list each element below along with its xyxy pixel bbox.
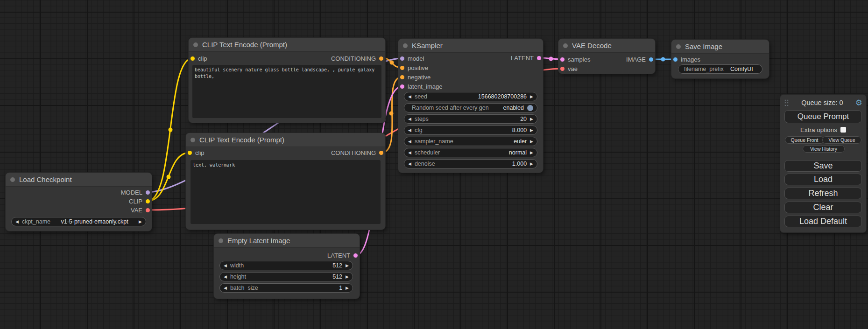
decrement-arrow-icon[interactable]: ◀ (224, 286, 227, 290)
increment-arrow-icon[interactable]: ▶ (530, 117, 533, 121)
seed-widget[interactable]: ◀ seed 156680208700286 ▶ (404, 92, 537, 101)
height-widget[interactable]: ◀ height 512 ▶ (219, 272, 353, 281)
prompt-textarea[interactable]: text, watermark (191, 160, 381, 224)
image-output-port[interactable] (649, 57, 653, 62)
increment-arrow-icon[interactable]: ▶ (346, 264, 349, 268)
widget-value: 1 (339, 285, 342, 291)
output-label: LATENT (327, 252, 350, 259)
input-row: negative (400, 72, 430, 82)
queue-front-button[interactable]: Queue Front (785, 136, 824, 144)
samples-input-port[interactable] (560, 57, 565, 62)
prompt-textarea[interactable]: beautiful scenery nature glass bottle la… (192, 65, 381, 118)
increment-arrow-icon[interactable]: ▶ (530, 128, 533, 133)
latent-output-port[interactable] (353, 253, 358, 258)
increment-arrow-icon[interactable]: ▶ (346, 275, 349, 279)
vae-output-port[interactable] (146, 208, 150, 212)
output-row: LATENT (511, 53, 541, 63)
increment-arrow-icon[interactable]: ▶ (530, 95, 533, 99)
vae-input-port[interactable] (560, 67, 565, 71)
drag-handle-icon[interactable] (784, 99, 789, 106)
denoise-widget[interactable]: ◀ denoise 1.000 ▶ (404, 159, 537, 168)
save-button[interactable]: Save (784, 160, 862, 172)
node-title-bar[interactable]: Save Image (671, 40, 769, 54)
node-empty-latent-image[interactable]: Empty Latent Image LATENT ◀ width 512 ▶ … (214, 234, 360, 299)
load-default-button[interactable]: Load Default (784, 216, 862, 227)
sampler-name-widget[interactable]: ◀ sampler_name euler ▶ (404, 137, 537, 146)
refresh-button[interactable]: Refresh (784, 188, 862, 199)
batch-size-widget[interactable]: ◀ batch_size 1 ▶ (219, 283, 353, 293)
node-title-bar[interactable]: VAE Decode (558, 39, 655, 53)
collapse-dot-icon[interactable] (676, 44, 681, 49)
clip-input-port[interactable] (188, 151, 192, 155)
model-output-port[interactable] (146, 190, 150, 195)
collapse-dot-icon[interactable] (193, 42, 198, 47)
decrement-arrow-icon[interactable]: ◀ (408, 151, 411, 155)
node-title-bar[interactable]: CLIP Text Encode (Prompt) (189, 38, 385, 52)
decrement-arrow-icon[interactable]: ◀ (15, 220, 19, 224)
node-clip-text-encode-negative[interactable]: CLIP Text Encode (Prompt) clip CONDITION… (186, 133, 385, 230)
collapse-dot-icon[interactable] (10, 177, 15, 182)
latent-output-port[interactable] (537, 56, 541, 60)
clip-output-port[interactable] (146, 199, 150, 203)
increment-arrow-icon[interactable]: ▶ (530, 140, 533, 144)
queue-prompt-button[interactable]: Queue Prompt (784, 110, 862, 123)
collapse-dot-icon[interactable] (563, 43, 568, 48)
negative-input-port[interactable] (400, 75, 404, 79)
node-title-bar[interactable]: KSampler (398, 39, 543, 53)
ckpt-name-widget[interactable]: ◀ ckpt_name v1-5-pruned-emaonly.ckpt ▶ (11, 217, 146, 226)
node-vae-decode[interactable]: VAE Decode samples IMAGE vae (558, 39, 655, 74)
width-widget[interactable]: ◀ width 512 ▶ (219, 261, 353, 270)
view-history-button[interactable]: View History (803, 145, 845, 153)
extra-options-checkbox[interactable] (840, 127, 846, 133)
increment-arrow-icon[interactable]: ▶ (530, 162, 533, 166)
view-queue-button[interactable]: View Queue (822, 136, 861, 144)
widget-label: steps (415, 116, 429, 122)
increment-arrow-icon[interactable]: ▶ (139, 220, 142, 224)
increment-arrow-icon[interactable]: ▶ (346, 286, 349, 290)
decrement-arrow-icon[interactable]: ◀ (408, 117, 411, 121)
clear-button[interactable]: Clear (784, 202, 862, 213)
output-row: CLIP (129, 196, 150, 206)
random-seed-toggle-widget[interactable]: Random seed after every gen enabled (404, 103, 537, 112)
node-canvas[interactable]: Load Checkpoint MODEL CLIP VAE ◀ ckpt_na… (0, 0, 868, 329)
scheduler-widget[interactable]: ◀ scheduler normal ▶ (404, 148, 537, 157)
cfg-widget[interactable]: ◀ cfg 8.000 ▶ (404, 126, 537, 135)
collapse-dot-icon[interactable] (219, 238, 223, 243)
collapse-dot-icon[interactable] (403, 43, 408, 48)
conditioning-output-port[interactable] (379, 151, 383, 155)
decrement-arrow-icon[interactable]: ◀ (408, 162, 411, 166)
node-ksampler[interactable]: KSampler LATENT model positive negative … (398, 39, 543, 173)
widget-value: 20 (520, 116, 527, 122)
filename-prefix-widget[interactable]: filename_prefix ComfyUI (678, 64, 762, 74)
settings-gear-icon[interactable]: ⚙ (855, 99, 862, 107)
decrement-arrow-icon[interactable]: ◀ (408, 140, 411, 144)
conditioning-output-port[interactable] (379, 56, 383, 61)
positive-input-port[interactable] (400, 66, 404, 70)
node-clip-text-encode-positive[interactable]: CLIP Text Encode (Prompt) clip CONDITION… (189, 38, 385, 123)
decrement-arrow-icon[interactable]: ◀ (408, 128, 411, 133)
output-row: VAE (131, 205, 150, 215)
port-row: samples IMAGE (560, 55, 653, 64)
load-button[interactable]: Load (784, 174, 862, 185)
widget-label: ckpt_name (22, 218, 50, 225)
collapse-dot-icon[interactable] (191, 138, 195, 142)
widget-value: ComfyUI (730, 66, 753, 72)
input-label: samples (568, 56, 590, 63)
node-load-checkpoint[interactable]: Load Checkpoint MODEL CLIP VAE ◀ ckpt_na… (6, 173, 152, 231)
toggle-knob-icon[interactable] (527, 105, 533, 111)
node-title-bar[interactable]: Empty Latent Image (214, 234, 360, 248)
node-save-image[interactable]: Save Image images filename_prefix ComfyU… (671, 40, 769, 78)
increment-arrow-icon[interactable]: ▶ (530, 151, 533, 155)
node-title-bar[interactable]: Load Checkpoint (6, 173, 152, 187)
steps-widget[interactable]: ◀ steps 20 ▶ (404, 114, 537, 124)
decrement-arrow-icon[interactable]: ◀ (408, 95, 411, 99)
latent-image-input-port[interactable] (400, 84, 404, 89)
images-input-port[interactable] (673, 57, 677, 62)
decrement-arrow-icon[interactable]: ◀ (224, 275, 227, 279)
widget-value: normal (509, 149, 527, 156)
model-input-port[interactable] (400, 56, 404, 61)
clip-input-port[interactable] (191, 56, 195, 61)
widget-value: v1-5-pruned-emaonly.ckpt (61, 218, 128, 225)
decrement-arrow-icon[interactable]: ◀ (224, 264, 227, 268)
node-title-bar[interactable]: CLIP Text Encode (Prompt) (186, 133, 385, 147)
